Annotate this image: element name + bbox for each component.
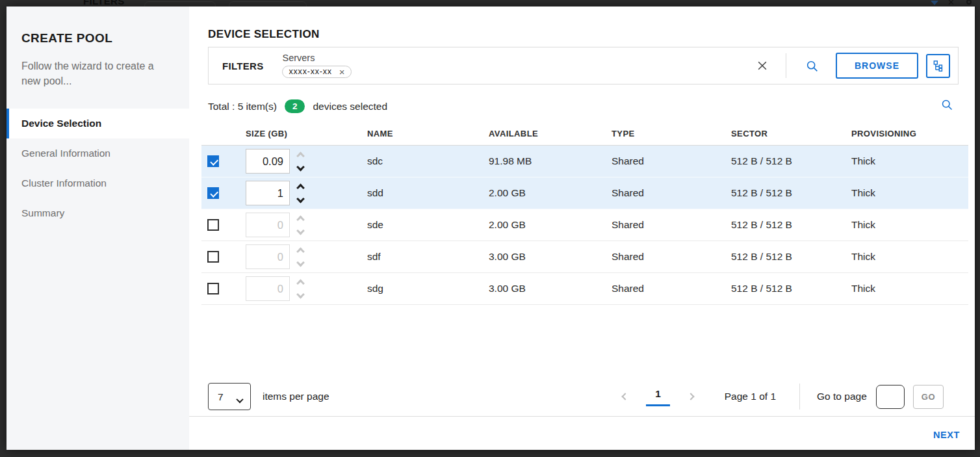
size-stepper <box>294 276 307 302</box>
row-checkbox[interactable] <box>207 251 219 263</box>
device-name: sdc <box>367 155 489 167</box>
screen: FILTERS ✕ CREATE POOL Follow the wizard … <box>0 0 980 457</box>
row-checkbox[interactable] <box>207 283 219 294</box>
device-available: 3.00 GB <box>489 283 612 294</box>
clear-filters-icon[interactable] <box>756 59 769 72</box>
chip-remove-icon[interactable]: × <box>339 67 346 77</box>
stepper-down-icon[interactable] <box>294 194 307 205</box>
chip-value: xxxx-xx-xx <box>289 67 331 76</box>
table-search-icon[interactable] <box>940 98 953 111</box>
background-filters-label: FILTERS <box>83 0 124 7</box>
size-input[interactable] <box>246 181 290 205</box>
divider <box>786 53 786 78</box>
table-header-row: SIZE (GB) NAME AVAILABLE TYPE SECTOR PRO… <box>201 122 968 146</box>
size-input[interactable] <box>246 213 290 237</box>
stepper-down-icon[interactable] <box>294 290 307 300</box>
column-header-provisioning: PROVISIONING <box>851 129 968 138</box>
device-selection-panel: DEVICE SELECTION FILTERS Servers xxxx-xx… <box>189 7 975 450</box>
table-row: sdc 91.98 MB Shared 512 B / 512 B Thick <box>201 146 968 177</box>
device-sector: 512 B / 512 B <box>731 219 851 231</box>
footer-divider <box>189 416 975 417</box>
page-number[interactable]: 1 <box>646 387 670 406</box>
devices-selected-label: devices selected <box>313 101 387 112</box>
device-available: 91.98 MB <box>489 155 612 167</box>
device-type: Shared <box>612 251 731 263</box>
divider <box>799 384 800 410</box>
items-per-page-label: items per page <box>263 391 329 402</box>
device-available: 2.00 GB <box>489 219 612 231</box>
size-stepper <box>294 212 307 238</box>
stepper-down-icon[interactable] <box>294 226 307 237</box>
sidebar-item-device-selection[interactable]: Device Selection <box>6 109 189 138</box>
sidebar-item-summary[interactable]: Summary <box>6 198 189 228</box>
server-filter-chip[interactable]: xxxx-xx-xx × <box>282 66 352 78</box>
row-checkbox[interactable] <box>207 155 219 167</box>
servers-filter-group: Servers xxxx-xx-xx × <box>282 53 352 78</box>
next-button[interactable]: NEXT <box>933 430 960 440</box>
device-provisioning: Thick <box>851 155 968 167</box>
device-name: sdg <box>367 283 489 294</box>
total-items-text: Total : 5 item(s) <box>208 101 277 112</box>
device-sector: 512 B / 512 B <box>731 187 851 199</box>
page-title: DEVICE SELECTION <box>208 28 320 41</box>
wizard-sidebar: CREATE POOL Follow the wizard to create … <box>6 7 189 450</box>
device-name: sdf <box>367 251 489 263</box>
stepper-down-icon[interactable] <box>294 163 307 173</box>
pagination-bar: 7 items per page 1 Page 1 of 1 Go to pag… <box>208 382 944 411</box>
table-row: sdg 3.00 GB Shared 512 B / 512 B Thick <box>201 273 968 305</box>
size-input[interactable] <box>246 244 290 269</box>
go-to-page-input[interactable] <box>876 385 905 409</box>
column-header-name: NAME <box>367 129 489 138</box>
filter-search-icon[interactable] <box>805 59 819 73</box>
wizard-steps: Device Selection General Information Clu… <box>6 109 189 228</box>
device-type: Shared <box>612 283 731 294</box>
page-info: Page 1 of 1 <box>725 391 776 402</box>
stepper-up-icon[interactable] <box>294 277 307 287</box>
previous-page-icon[interactable] <box>619 390 632 403</box>
background-input-outline <box>229 1 307 7</box>
column-header-available: AVAILABLE <box>489 129 612 138</box>
table-row: sdf 3.00 GB Shared 512 B / 512 B Thick <box>201 241 968 273</box>
background-page: FILTERS ✕ <box>0 0 980 7</box>
device-available: 2.00 GB <box>489 187 612 199</box>
stepper-up-icon[interactable] <box>294 150 307 160</box>
size-input[interactable] <box>246 149 290 174</box>
device-provisioning: Thick <box>851 219 968 231</box>
table-row: sdd 2.00 GB Shared 512 B / 512 B Thick <box>201 177 968 209</box>
tree-view-button[interactable] <box>926 54 950 78</box>
device-type: Shared <box>612 155 731 167</box>
row-checkbox[interactable] <box>207 187 219 199</box>
browse-button[interactable]: BROWSE <box>836 53 918 79</box>
row-checkbox[interactable] <box>207 219 219 231</box>
table-body: sdc 91.98 MB Shared 512 B / 512 B Thick … <box>201 146 968 305</box>
stepper-up-icon[interactable] <box>294 181 307 192</box>
device-provisioning: Thick <box>851 283 968 294</box>
go-button[interactable]: GO <box>913 385 944 409</box>
background-close-icon: ✕ <box>948 0 955 7</box>
device-provisioning: Thick <box>851 187 968 199</box>
size-input[interactable] <box>246 276 290 301</box>
go-to-page-label: Go to page <box>817 391 867 402</box>
sidebar-item-cluster-information[interactable]: Cluster Information <box>6 168 189 198</box>
device-name: sdd <box>367 187 489 199</box>
background-input-outline <box>144 1 216 7</box>
column-header-sector: SECTOR <box>731 129 851 138</box>
sidebar-item-general-information[interactable]: General Information <box>6 138 189 168</box>
stepper-down-icon[interactable] <box>294 258 307 268</box>
selection-summary: Total : 5 item(s) 2 devices selected <box>208 99 387 113</box>
device-name: sde <box>367 219 489 231</box>
device-sector: 512 B / 512 B <box>731 283 851 294</box>
next-page-icon[interactable] <box>684 390 697 403</box>
device-provisioning: Thick <box>851 251 968 263</box>
device-sector: 512 B / 512 B <box>731 251 851 263</box>
stepper-up-icon[interactable] <box>294 213 307 224</box>
stepper-up-icon[interactable] <box>294 245 307 255</box>
size-stepper <box>294 180 307 206</box>
filter-bar: FILTERS Servers xxxx-xx-xx × BROWSE <box>208 47 959 85</box>
device-type: Shared <box>612 219 731 231</box>
items-per-page-select[interactable]: 7 <box>208 383 251 410</box>
column-header-type: TYPE <box>612 129 731 138</box>
filters-label: FILTERS <box>222 60 263 72</box>
table-row: sde 2.00 GB Shared 512 B / 512 B Thick <box>201 209 968 241</box>
background-search-icon <box>966 0 972 5</box>
